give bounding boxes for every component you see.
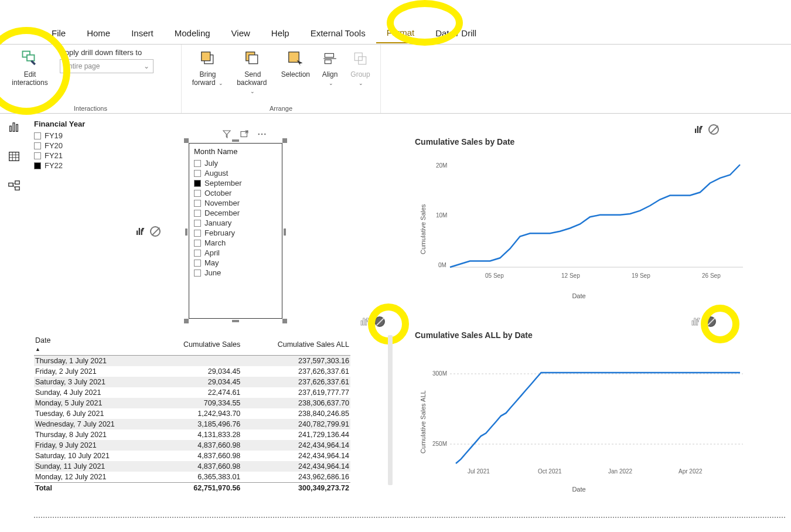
chart-cumulative-sales[interactable]: Cumulative Sales by Date Cumulative Sale… <box>415 137 743 307</box>
table-row[interactable]: Monday, 12 July 20216,365,383.01243,962,… <box>34 472 350 483</box>
more-options-icon[interactable] <box>257 129 267 139</box>
slicer-item[interactable]: June <box>194 268 277 278</box>
slicer-item[interactable]: August <box>194 168 277 178</box>
slicer-item[interactable]: February <box>194 228 277 238</box>
table-row[interactable]: Sunday, 11 July 20214,837,660.98242,434,… <box>34 461 350 472</box>
drill-filter-dropdown[interactable]: Entire page ⌄ <box>60 59 154 73</box>
menu-item-view[interactable]: View <box>221 23 261 43</box>
model-view-icon[interactable] <box>8 179 21 192</box>
menu-item-insert[interactable]: Insert <box>121 23 164 43</box>
ribbon-group-arrange: Bring forward ⌄ Send backward ⌄ Selectio… <box>182 45 381 113</box>
chevron-down-icon: ⌄ <box>144 62 149 70</box>
menu-item-help[interactable]: Help <box>261 23 300 43</box>
filter-interaction-icon[interactable] <box>693 124 704 135</box>
slicer-item[interactable]: March <box>194 238 277 248</box>
filter-interaction-icon[interactable] <box>135 226 145 237</box>
align-icon <box>322 51 337 66</box>
cell-value: 237,619,777.77 <box>241 387 350 398</box>
selection-button[interactable]: Selection <box>281 48 310 79</box>
slicer-item[interactable]: October <box>194 188 277 198</box>
table-row[interactable]: Saturday, 10 July 20214,837,660.98242,43… <box>34 451 350 461</box>
filter-icon[interactable] <box>221 129 232 139</box>
slicer-item[interactable]: May <box>194 258 277 268</box>
cell-date: Saturday, 3 July 2021 <box>34 377 154 387</box>
report-view-icon[interactable] <box>8 121 21 134</box>
slicer-item[interactable]: September <box>194 178 277 188</box>
slicer-item[interactable]: FY19 <box>34 131 119 141</box>
menu-item-external-tools[interactable]: External Tools <box>300 23 376 43</box>
svg-text:20M: 20M <box>436 162 447 169</box>
cell-value: 238,306,637.70 <box>241 398 350 408</box>
ribbon-group-label: Interactions <box>9 104 172 112</box>
cell-date: Wednesday, 7 July 2021 <box>34 419 154 429</box>
data-table[interactable]: Date▲ Cumulative Sales Cumulative Sales … <box>34 334 350 493</box>
menu-item-home[interactable]: Home <box>76 23 121 43</box>
svg-rect-38 <box>692 321 693 326</box>
chart-cumulative-sales-all[interactable]: Cumulative Sales ALL by Date Cumulative … <box>415 330 743 500</box>
table-row[interactable]: Saturday, 3 July 202129,034.45237,626,33… <box>34 377 350 387</box>
slicer-item[interactable]: April <box>194 248 277 258</box>
bring-forward-button[interactable]: Bring forward ⌄ <box>191 48 224 87</box>
checkbox-icon <box>34 162 41 169</box>
svg-point-30 <box>261 134 262 135</box>
checkbox-icon <box>194 220 201 227</box>
cell-value: 238,840,246.85 <box>241 408 350 419</box>
table-row[interactable]: Monday, 5 July 2021709,334.55238,306,637… <box>34 398 350 408</box>
cell-value: 243,962,686.16 <box>241 472 350 483</box>
drill-filter-value: Entire page <box>64 62 100 70</box>
none-interaction-icon[interactable] <box>374 316 385 327</box>
table-row[interactable]: Tuesday, 6 July 20211,242,943.70238,840,… <box>34 408 350 419</box>
ribbon-group-interactions: Edit interactions Apply drill down filte… <box>0 45 182 113</box>
svg-rect-33 <box>697 126 698 133</box>
none-interaction-icon[interactable] <box>150 226 161 237</box>
column-header[interactable]: Date▲ <box>34 334 154 356</box>
data-view-icon[interactable] <box>8 150 21 163</box>
svg-text:Apr 2022: Apr 2022 <box>679 468 703 475</box>
none-interaction-icon[interactable] <box>708 124 719 135</box>
table-row[interactable]: Thursday, 8 July 20214,131,833.28241,729… <box>34 429 350 440</box>
filter-interaction-icon[interactable] <box>359 316 370 327</box>
svg-rect-3 <box>201 52 210 61</box>
menu-bar: FileHomeInsertModelingViewHelpExternal T… <box>0 22 791 45</box>
slicer-financial-year[interactable]: Financial Year FY19FY20FY21FY22 <box>34 120 119 170</box>
edit-interactions-button[interactable]: Edit interactions <box>9 48 50 87</box>
slicer-item[interactable]: FY21 <box>34 151 119 161</box>
slicer-month-name[interactable]: Month Name JulyAugustSeptemberOctoberNov… <box>189 143 282 319</box>
slicer-item-label: June <box>204 268 221 277</box>
checkbox-icon <box>194 270 201 277</box>
slicer-item[interactable]: July <box>194 158 277 168</box>
x-axis-label: Date <box>415 486 743 493</box>
slicer-item[interactable]: December <box>194 208 277 218</box>
slicer-item[interactable]: FY20 <box>34 141 119 151</box>
svg-rect-36 <box>363 318 364 325</box>
send-backward-button[interactable]: Send backward ⌄ <box>234 48 272 95</box>
checkbox-icon <box>194 170 201 177</box>
scrollbar[interactable] <box>388 335 393 485</box>
chevron-down-icon: ⌄ <box>217 80 224 86</box>
table-row[interactable]: Wednesday, 7 July 20213,185,496.76240,78… <box>34 419 350 429</box>
table-row[interactable]: Friday, 2 July 202129,034.45237,626,337.… <box>34 366 350 377</box>
checkbox-icon <box>34 132 41 139</box>
table-row[interactable]: Friday, 9 July 20214,837,660.98242,434,9… <box>34 440 350 451</box>
table-row[interactable]: Thursday, 1 July 2021237,597,303.16 <box>34 356 350 367</box>
slicer-item[interactable]: FY22 <box>34 161 119 170</box>
menu-item-format[interactable]: Format <box>376 23 425 43</box>
checkbox-icon <box>34 142 41 149</box>
group-icon <box>353 51 368 66</box>
menu-item-file[interactable]: File <box>41 23 76 43</box>
slicer-item[interactable]: January <box>194 218 277 228</box>
menu-item-data-drill[interactable]: Data / Drill <box>425 23 487 43</box>
checkbox-icon <box>34 152 41 159</box>
filter-interaction-icon[interactable] <box>690 316 701 327</box>
focus-mode-icon[interactable] <box>239 129 250 139</box>
none-interaction-icon[interactable] <box>705 316 716 327</box>
column-header[interactable]: Cumulative Sales ALL <box>241 334 350 356</box>
slicer-item[interactable]: November <box>194 198 277 208</box>
column-header[interactable]: Cumulative Sales <box>154 334 241 356</box>
cell-value: 22,474.61 <box>154 387 241 398</box>
table-row[interactable]: Sunday, 4 July 202122,474.61237,619,777.… <box>34 387 350 398</box>
align-button[interactable]: Align⌄ <box>319 48 340 87</box>
selection-label: Selection <box>281 70 310 79</box>
svg-text:0M: 0M <box>438 262 446 268</box>
menu-item-modeling[interactable]: Modeling <box>164 23 221 43</box>
